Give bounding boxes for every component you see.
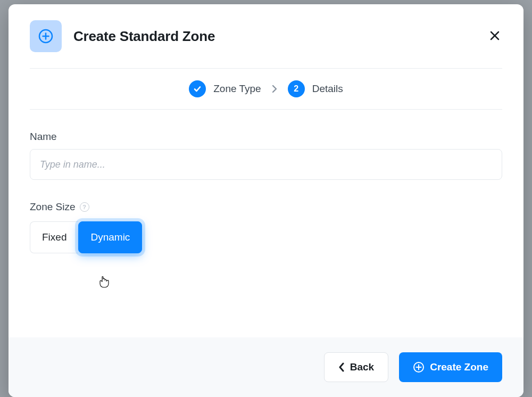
modal-header: Create Standard Zone — [9, 4, 523, 68]
step-label: Zone Type — [213, 83, 261, 95]
name-label: Name — [30, 131, 502, 143]
checkmark-icon — [189, 80, 206, 97]
name-input[interactable] — [30, 149, 502, 180]
back-button[interactable]: Back — [324, 352, 388, 382]
stepper: Zone Type 2 Details — [30, 68, 502, 110]
plus-circle-icon — [413, 361, 425, 373]
create-zone-button-label: Create Zone — [430, 361, 488, 373]
zone-size-field: Zone Size ? Fixed Dynamic — [30, 201, 502, 253]
step-details[interactable]: 2 Details — [288, 80, 343, 97]
help-icon[interactable]: ? — [80, 202, 89, 212]
modal-footer: Back Create Zone — [9, 337, 523, 397]
modal-title: Create Standard Zone — [73, 28, 215, 45]
step-label: Details — [312, 83, 343, 95]
back-button-label: Back — [350, 361, 374, 373]
zone-size-toggle: Fixed Dynamic — [30, 221, 142, 253]
close-button[interactable] — [487, 29, 502, 44]
create-zone-modal: Create Standard Zone Zone Type — [9, 4, 523, 397]
chevron-left-icon — [338, 362, 345, 372]
step-number-badge: 2 — [288, 80, 305, 97]
name-field: Name — [30, 131, 502, 180]
step-zone-type[interactable]: Zone Type — [189, 80, 261, 97]
plus-circle-icon — [30, 20, 62, 52]
zone-size-dynamic-option[interactable]: Dynamic — [78, 221, 142, 253]
close-icon — [490, 31, 500, 42]
zone-size-label: Zone Size — [30, 201, 76, 213]
chevron-right-icon — [272, 85, 277, 93]
create-zone-button[interactable]: Create Zone — [399, 352, 502, 382]
zone-size-fixed-option[interactable]: Fixed — [30, 221, 78, 253]
modal-body: Zone Type 2 Details Name Zone Size ? Fix — [9, 68, 523, 337]
